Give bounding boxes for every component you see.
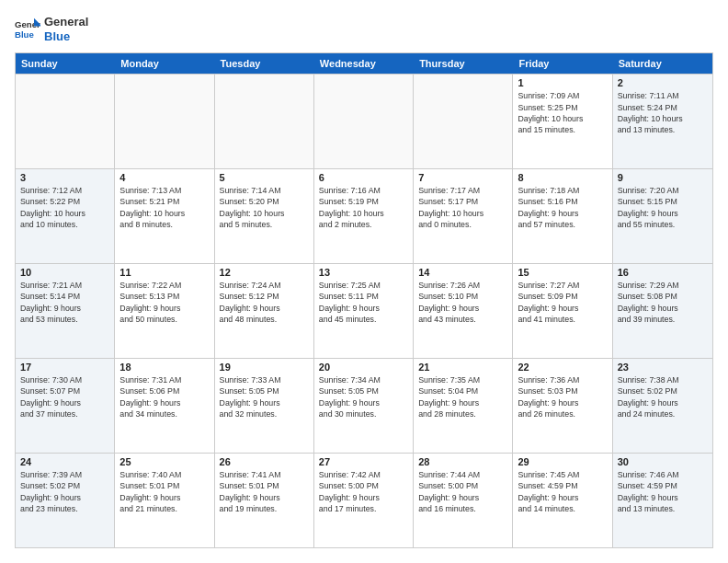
calendar: SundayMondayTuesdayWednesdayThursdayFrid…	[15, 52, 713, 548]
day-cell-22: 22Sunrise: 7:36 AM Sunset: 5:03 PM Dayli…	[513, 359, 612, 453]
day-cell-4: 4Sunrise: 7:13 AM Sunset: 5:21 PM Daylig…	[115, 169, 214, 263]
day-cell-11: 11Sunrise: 7:22 AM Sunset: 5:13 PM Dayli…	[115, 264, 214, 358]
day-number: 12	[220, 267, 309, 278]
day-number: 6	[319, 172, 408, 183]
svg-text:Blue: Blue	[15, 29, 34, 39]
day-cell-25: 25Sunrise: 7:40 AM Sunset: 5:01 PM Dayli…	[115, 454, 214, 547]
day-number: 19	[220, 362, 309, 373]
calendar-header: SundayMondayTuesdayWednesdayThursdayFrid…	[16, 53, 712, 74]
logo-text-blue: Blue	[44, 29, 88, 44]
calendar-row-3: 10Sunrise: 7:21 AM Sunset: 5:14 PM Dayli…	[16, 263, 712, 358]
day-cell-21: 21Sunrise: 7:35 AM Sunset: 5:04 PM Dayli…	[414, 359, 513, 453]
calendar-row-5: 24Sunrise: 7:39 AM Sunset: 5:02 PM Dayli…	[16, 453, 712, 547]
day-number: 10	[20, 267, 109, 278]
day-cell-3: 3Sunrise: 7:12 AM Sunset: 5:22 PM Daylig…	[16, 169, 115, 263]
day-cell-20: 20Sunrise: 7:34 AM Sunset: 5:05 PM Dayli…	[314, 359, 414, 453]
day-number: 8	[518, 172, 607, 183]
day-info: Sunrise: 7:20 AM Sunset: 5:15 PM Dayligh…	[618, 185, 708, 230]
day-cell-18: 18Sunrise: 7:31 AM Sunset: 5:06 PM Dayli…	[115, 359, 214, 453]
day-cell-26: 26Sunrise: 7:41 AM Sunset: 5:01 PM Dayli…	[215, 454, 314, 547]
day-cell-28: 28Sunrise: 7:44 AM Sunset: 5:00 PM Dayli…	[414, 454, 513, 547]
day-cell-13: 13Sunrise: 7:25 AM Sunset: 5:11 PM Dayli…	[314, 264, 414, 358]
day-cell-24: 24Sunrise: 7:39 AM Sunset: 5:02 PM Dayli…	[16, 454, 115, 547]
calendar-row-1: 1Sunrise: 7:09 AM Sunset: 5:25 PM Daylig…	[16, 74, 712, 168]
day-cell-2: 2Sunrise: 7:11 AM Sunset: 5:24 PM Daylig…	[613, 75, 712, 168]
day-number: 1	[518, 77, 607, 88]
day-info: Sunrise: 7:11 AM Sunset: 5:24 PM Dayligh…	[618, 90, 708, 135]
day-cell-1: 1Sunrise: 7:09 AM Sunset: 5:25 PM Daylig…	[513, 75, 612, 168]
header-day-sunday: Sunday	[16, 53, 115, 74]
header-day-monday: Monday	[115, 53, 214, 74]
day-cell-16: 16Sunrise: 7:29 AM Sunset: 5:08 PM Dayli…	[613, 264, 712, 358]
day-number: 17	[20, 362, 109, 373]
day-cell-12: 12Sunrise: 7:24 AM Sunset: 5:12 PM Dayli…	[215, 264, 314, 358]
day-info: Sunrise: 7:40 AM Sunset: 5:01 PM Dayligh…	[119, 469, 209, 514]
day-cell-8: 8Sunrise: 7:18 AM Sunset: 5:16 PM Daylig…	[513, 169, 612, 263]
header: General Blue General Blue	[15, 15, 713, 43]
day-info: Sunrise: 7:42 AM Sunset: 5:00 PM Dayligh…	[319, 469, 408, 514]
day-cell-6: 6Sunrise: 7:16 AM Sunset: 5:19 PM Daylig…	[314, 169, 414, 263]
day-info: Sunrise: 7:13 AM Sunset: 5:21 PM Dayligh…	[119, 185, 209, 230]
day-cell-30: 30Sunrise: 7:46 AM Sunset: 4:59 PM Dayli…	[613, 454, 712, 547]
day-cell-9: 9Sunrise: 7:20 AM Sunset: 5:15 PM Daylig…	[613, 169, 712, 263]
calendar-row-2: 3Sunrise: 7:12 AM Sunset: 5:22 PM Daylig…	[16, 168, 712, 263]
logo-text-general: General	[44, 15, 88, 29]
empty-cell	[414, 75, 513, 168]
header-day-saturday: Saturday	[613, 53, 712, 74]
day-info: Sunrise: 7:26 AM Sunset: 5:10 PM Dayligh…	[418, 280, 507, 325]
logo: General Blue General Blue	[15, 15, 88, 43]
day-info: Sunrise: 7:39 AM Sunset: 5:02 PM Dayligh…	[20, 469, 109, 514]
day-info: Sunrise: 7:45 AM Sunset: 4:59 PM Dayligh…	[518, 469, 607, 514]
day-number: 24	[20, 456, 109, 467]
empty-cell	[16, 75, 115, 168]
day-number: 7	[418, 172, 507, 183]
empty-cell	[314, 75, 414, 168]
empty-cell	[115, 75, 214, 168]
day-info: Sunrise: 7:36 AM Sunset: 5:03 PM Dayligh…	[518, 374, 607, 419]
day-cell-19: 19Sunrise: 7:33 AM Sunset: 5:05 PM Dayli…	[215, 359, 314, 453]
day-number: 4	[119, 172, 209, 183]
day-info: Sunrise: 7:22 AM Sunset: 5:13 PM Dayligh…	[119, 280, 209, 325]
day-info: Sunrise: 7:09 AM Sunset: 5:25 PM Dayligh…	[518, 90, 607, 135]
day-info: Sunrise: 7:44 AM Sunset: 5:00 PM Dayligh…	[418, 469, 507, 514]
day-number: 23	[618, 362, 708, 373]
day-info: Sunrise: 7:33 AM Sunset: 5:05 PM Dayligh…	[220, 374, 309, 419]
day-cell-27: 27Sunrise: 7:42 AM Sunset: 5:00 PM Dayli…	[314, 454, 414, 547]
day-info: Sunrise: 7:18 AM Sunset: 5:16 PM Dayligh…	[518, 185, 607, 230]
day-number: 15	[518, 267, 607, 278]
day-number: 18	[119, 362, 209, 373]
day-info: Sunrise: 7:38 AM Sunset: 5:02 PM Dayligh…	[618, 374, 708, 419]
day-number: 25	[119, 456, 209, 467]
day-number: 9	[618, 172, 708, 183]
calendar-body: 1Sunrise: 7:09 AM Sunset: 5:25 PM Daylig…	[16, 74, 712, 547]
day-info: Sunrise: 7:14 AM Sunset: 5:20 PM Dayligh…	[220, 185, 309, 230]
day-info: Sunrise: 7:35 AM Sunset: 5:04 PM Dayligh…	[418, 374, 507, 419]
header-day-wednesday: Wednesday	[314, 53, 414, 74]
day-number: 3	[20, 172, 109, 183]
day-info: Sunrise: 7:31 AM Sunset: 5:06 PM Dayligh…	[119, 374, 209, 419]
day-cell-17: 17Sunrise: 7:30 AM Sunset: 5:07 PM Dayli…	[16, 359, 115, 453]
header-day-friday: Friday	[513, 53, 612, 74]
day-number: 13	[319, 267, 408, 278]
logo-icon: General Blue	[15, 17, 40, 42]
day-number: 20	[319, 362, 408, 373]
day-info: Sunrise: 7:21 AM Sunset: 5:14 PM Dayligh…	[20, 280, 109, 325]
day-cell-29: 29Sunrise: 7:45 AM Sunset: 4:59 PM Dayli…	[513, 454, 612, 547]
day-info: Sunrise: 7:41 AM Sunset: 5:01 PM Dayligh…	[220, 469, 309, 514]
day-cell-7: 7Sunrise: 7:17 AM Sunset: 5:17 PM Daylig…	[414, 169, 513, 263]
day-number: 11	[119, 267, 209, 278]
day-cell-5: 5Sunrise: 7:14 AM Sunset: 5:20 PM Daylig…	[215, 169, 314, 263]
day-info: Sunrise: 7:46 AM Sunset: 4:59 PM Dayligh…	[618, 469, 708, 514]
day-number: 30	[618, 456, 708, 467]
day-cell-15: 15Sunrise: 7:27 AM Sunset: 5:09 PM Dayli…	[513, 264, 612, 358]
day-number: 27	[319, 456, 408, 467]
day-number: 16	[618, 267, 708, 278]
empty-cell	[215, 75, 314, 168]
day-cell-23: 23Sunrise: 7:38 AM Sunset: 5:02 PM Dayli…	[613, 359, 712, 453]
day-number: 5	[220, 172, 309, 183]
day-info: Sunrise: 7:17 AM Sunset: 5:17 PM Dayligh…	[418, 185, 507, 230]
day-info: Sunrise: 7:30 AM Sunset: 5:07 PM Dayligh…	[20, 374, 109, 419]
header-day-thursday: Thursday	[414, 53, 513, 74]
day-number: 14	[418, 267, 507, 278]
day-info: Sunrise: 7:34 AM Sunset: 5:05 PM Dayligh…	[319, 374, 408, 419]
